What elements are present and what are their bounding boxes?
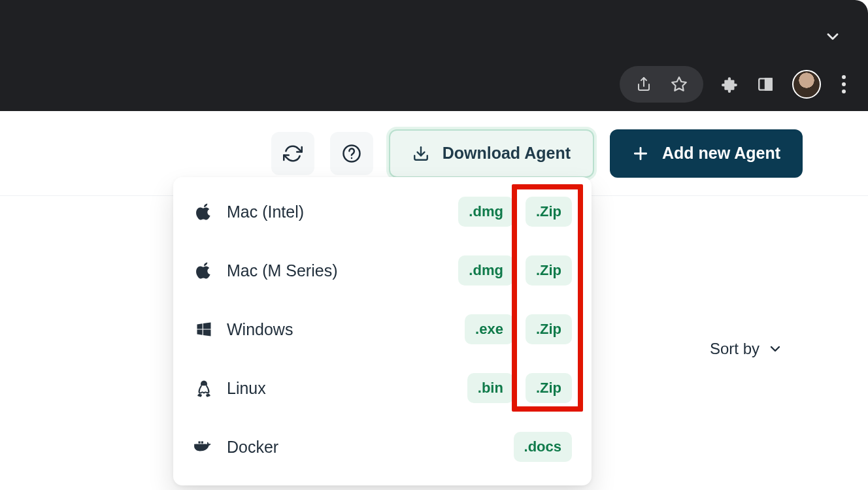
dropdown-row-windows-2: Windows.exe.Zip	[173, 300, 592, 359]
svg-rect-3	[765, 78, 772, 90]
refresh-button[interactable]	[271, 132, 314, 175]
side-panel-icon[interactable]	[757, 76, 774, 93]
download-badge[interactable]: .exe	[465, 314, 514, 344]
svg-point-10	[203, 383, 204, 384]
download-badge[interactable]: .dmg	[458, 255, 514, 286]
dropdown-row-docker-4: Docker.docs	[173, 417, 592, 476]
browser-menu-icon[interactable]	[839, 73, 848, 96]
windows-icon	[193, 320, 215, 338]
add-new-agent-button[interactable]: Add new Agent	[610, 129, 803, 178]
browser-chrome	[0, 0, 868, 111]
dropdown-row-apple-1: Mac (M Series).dmg.Zip	[173, 241, 592, 300]
browser-toolbar	[0, 57, 868, 111]
os-label: Docker	[227, 438, 502, 457]
download-badge[interactable]: .docs	[514, 432, 572, 462]
dropdown-row-linux-3: Linux.bin.Zip	[173, 359, 592, 417]
sort-by-button[interactable]: Sort by	[710, 340, 783, 358]
svg-rect-15	[199, 442, 201, 444]
dropdown-row-apple-0: Mac (Intel).dmg.Zip	[173, 182, 592, 241]
download-badge[interactable]: .Zip	[526, 373, 572, 403]
download-agent-label: Download Agent	[442, 144, 571, 163]
svg-marker-1	[672, 77, 686, 91]
apple-icon	[193, 203, 215, 221]
download-badge[interactable]: .Zip	[526, 314, 572, 344]
download-agent-dropdown: Mac (Intel).dmg.ZipMac (M Series).dmg.Zi…	[173, 177, 592, 485]
bookmark-star-icon[interactable]	[671, 76, 688, 93]
svg-point-11	[205, 383, 206, 384]
download-icon	[412, 145, 429, 162]
apple-icon	[193, 261, 215, 280]
sort-by-label: Sort by	[710, 340, 760, 358]
svg-rect-16	[201, 442, 203, 444]
omnibox-actions	[620, 66, 703, 103]
os-label: Mac (Intel)	[227, 203, 446, 221]
docker-icon	[193, 436, 215, 458]
download-badge[interactable]: .bin	[467, 373, 514, 403]
download-badge[interactable]: .Zip	[526, 255, 572, 286]
help-button[interactable]	[330, 132, 373, 175]
os-label: Mac (M Series)	[227, 261, 446, 280]
tab-list-chevron-icon[interactable]	[824, 27, 842, 46]
extensions-icon[interactable]	[722, 76, 739, 93]
chevron-down-icon	[767, 341, 783, 357]
download-badge[interactable]: .dmg	[458, 197, 514, 227]
download-agent-button[interactable]: Download Agent	[389, 129, 594, 178]
browser-tab-strip	[0, 0, 868, 57]
os-label: Linux	[227, 379, 456, 398]
add-new-agent-label: Add new Agent	[662, 144, 780, 163]
plus-icon	[632, 145, 649, 162]
linux-icon	[193, 378, 215, 398]
download-badge[interactable]: .Zip	[526, 197, 572, 227]
os-label: Windows	[227, 320, 453, 339]
share-icon[interactable]	[635, 76, 652, 93]
profile-avatar[interactable]	[792, 70, 821, 99]
